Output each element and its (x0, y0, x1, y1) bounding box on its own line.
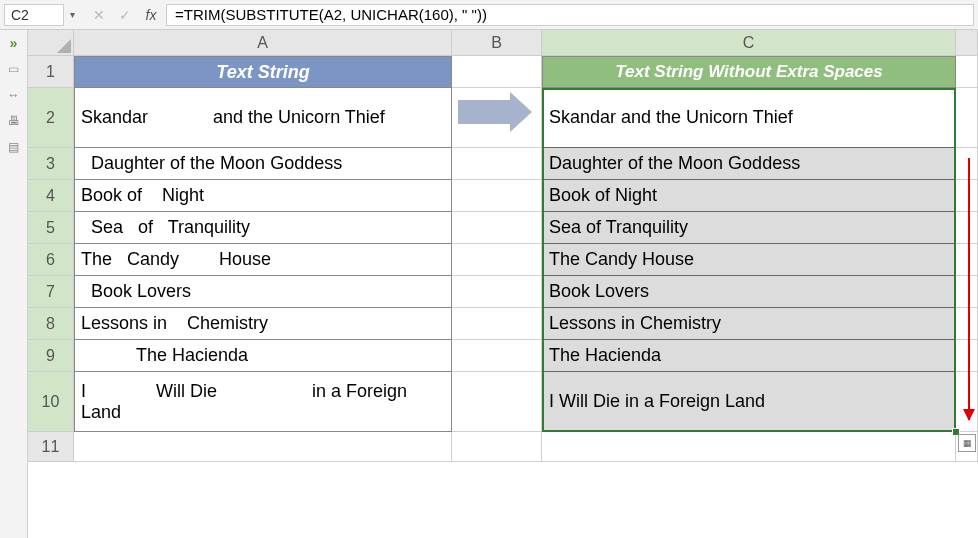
cell-D3[interactable] (956, 148, 978, 180)
rail-icon-2[interactable]: ↔ (5, 86, 23, 104)
cell-B8[interactable] (452, 308, 542, 340)
cell-B1[interactable] (452, 56, 542, 88)
row-header-2[interactable]: 2 (28, 88, 74, 148)
cell-B6[interactable] (452, 244, 542, 276)
cell-A9[interactable]: The Hacienda (74, 340, 452, 372)
cell-A11[interactable] (74, 432, 452, 462)
cell-C2[interactable]: Skandar and the Unicorn Thief (542, 88, 956, 148)
col-header-B[interactable]: B (452, 30, 542, 56)
cell-C6[interactable]: The Candy House (542, 244, 956, 276)
row-header-4[interactable]: 4 (28, 180, 74, 212)
row-header-11[interactable]: 11 (28, 432, 74, 462)
cell-D5[interactable] (956, 212, 978, 244)
cell-D9[interactable] (956, 340, 978, 372)
cell-B5[interactable] (452, 212, 542, 244)
cell-A5[interactable]: Sea of Tranquility (74, 212, 452, 244)
col-header-C[interactable]: C (542, 30, 956, 56)
cell-D6[interactable] (956, 244, 978, 276)
row-header-1[interactable]: 1 (28, 56, 74, 88)
row-header-7[interactable]: 7 (28, 276, 74, 308)
cell-A4[interactable]: Book of Night (74, 180, 452, 212)
cell-B3[interactable] (452, 148, 542, 180)
cell-A3[interactable]: Daughter of the Moon Goddess (74, 148, 452, 180)
fx-icon[interactable]: fx (140, 4, 162, 26)
side-panel-rail: » ▭ ↔ 🖶 ▤ (0, 30, 28, 538)
row-header-5[interactable]: 5 (28, 212, 74, 244)
name-box[interactable]: C2 (4, 4, 64, 26)
cell-C11[interactable] (542, 432, 956, 462)
rail-icon-3[interactable]: 🖶 (5, 112, 23, 130)
cell-D7[interactable] (956, 276, 978, 308)
col-header-blank[interactable] (956, 30, 978, 56)
cell-C9[interactable]: The Hacienda (542, 340, 956, 372)
cell-C7[interactable]: Book Lovers (542, 276, 956, 308)
cell-B9[interactable] (452, 340, 542, 372)
cell-C3[interactable]: Daughter of the Moon Goddess (542, 148, 956, 180)
rail-icon-4[interactable]: ▤ (5, 138, 23, 156)
formula-input[interactable]: =TRIM(SUBSTITUTE(A2, UNICHAR(160), " ")) (166, 4, 974, 26)
cell-B11[interactable] (452, 432, 542, 462)
row-header-3[interactable]: 3 (28, 148, 74, 180)
cell-D10[interactable] (956, 372, 978, 432)
cell-B10[interactable] (452, 372, 542, 432)
autofill-options-button[interactable]: ▦ (958, 434, 976, 452)
cell-C5[interactable]: Sea of Tranquility (542, 212, 956, 244)
row-header-6[interactable]: 6 (28, 244, 74, 276)
cancel-icon[interactable]: ✕ (88, 4, 110, 26)
cell-D2[interactable] (956, 88, 978, 148)
cell-A6[interactable]: The Candy House (74, 244, 452, 276)
select-all-corner[interactable] (28, 30, 74, 56)
header-text-string[interactable]: Text String (74, 56, 452, 88)
row-header-9[interactable]: 9 (28, 340, 74, 372)
cell-D1[interactable] (956, 56, 978, 88)
cell-A7[interactable]: Book Lovers (74, 276, 452, 308)
row-header-8[interactable]: 8 (28, 308, 74, 340)
header-without-spaces[interactable]: Text String Without Extra Spaces (542, 56, 956, 88)
cell-A2[interactable]: Skandar and the Unicorn Thief (74, 88, 452, 148)
expand-panel-icon[interactable]: » (5, 34, 23, 52)
cell-C10[interactable]: I Will Die in a Foreign Land (542, 372, 956, 432)
row-header-10[interactable]: 10 (28, 372, 74, 432)
cell-A10[interactable]: I Will Die in a Foreign Land (74, 372, 452, 432)
cell-A8[interactable]: Lessons in Chemistry (74, 308, 452, 340)
name-box-dropdown-icon[interactable]: ▾ (64, 9, 80, 20)
cell-B4[interactable] (452, 180, 542, 212)
enter-icon[interactable]: ✓ (114, 4, 136, 26)
annotation-red-arrow-icon (968, 158, 970, 420)
cell-D4[interactable] (956, 180, 978, 212)
rail-icon-1[interactable]: ▭ (5, 60, 23, 78)
cell-D8[interactable] (956, 308, 978, 340)
cell-C4[interactable]: Book of Night (542, 180, 956, 212)
formula-bar: C2 ▾ ✕ ✓ fx =TRIM(SUBSTITUTE(A2, UNICHAR… (0, 0, 978, 30)
arrow-right-icon (458, 92, 532, 132)
cell-B7[interactable] (452, 276, 542, 308)
col-header-A[interactable]: A (74, 30, 452, 56)
cell-C8[interactable]: Lessons in Chemistry (542, 308, 956, 340)
